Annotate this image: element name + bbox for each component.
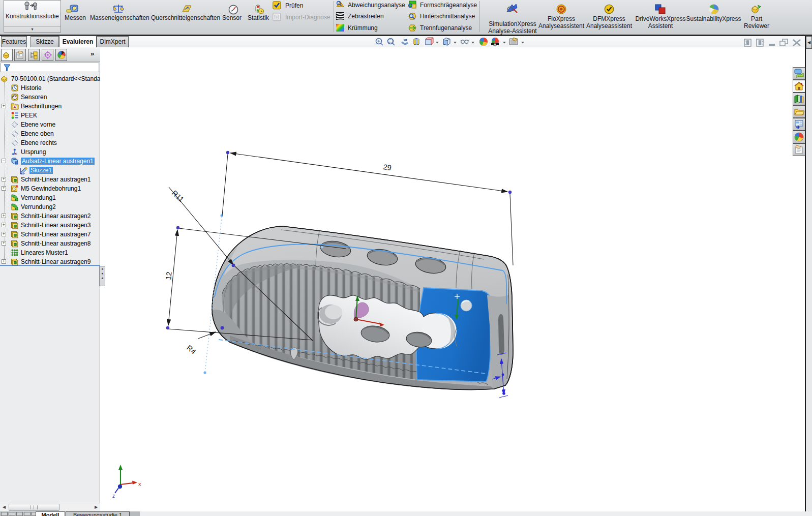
svg-text:R11: R11 [170, 189, 186, 203]
svg-text:29: 29 [383, 163, 392, 172]
svg-text:R4: R4 [185, 344, 197, 356]
svg-text:12: 12 [164, 271, 173, 281]
svg-text:x: x [138, 481, 141, 487]
svg-text:z: z [112, 493, 115, 499]
